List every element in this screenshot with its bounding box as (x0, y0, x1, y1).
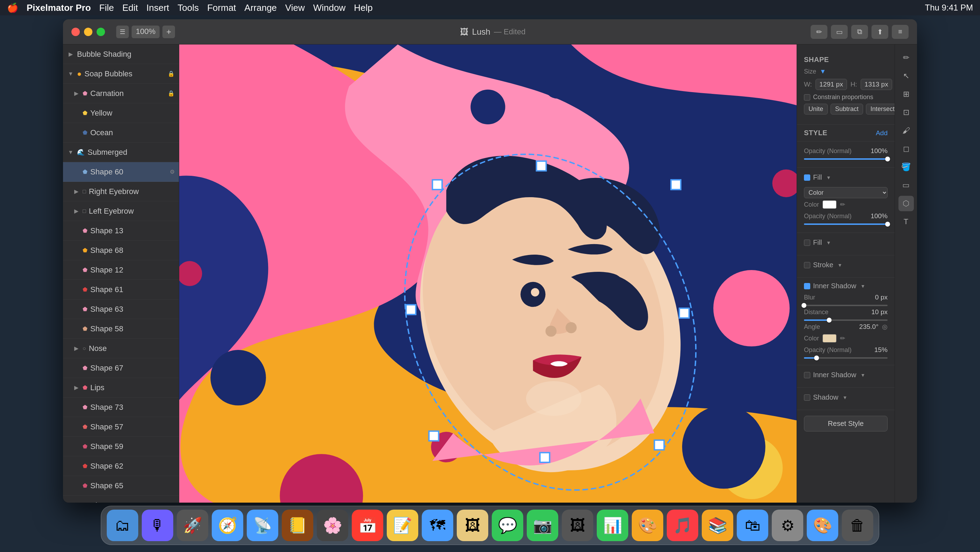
pen-tool-button[interactable]: ✏ (899, 50, 914, 65)
fill-color-edit-icon[interactable]: ✏ (840, 201, 845, 208)
layer-item[interactable]: ▶ ⬟ Lips (63, 378, 179, 397)
layer-item[interactable]: ▶ □ Right Eyebrow (63, 182, 179, 201)
shadow-expand[interactable]: ▼ (842, 395, 847, 400)
share-button[interactable]: ⬆ (872, 25, 888, 39)
paint-tool-button[interactable]: 🖌 (899, 123, 914, 138)
facetime-icon[interactable]: 📷 (527, 510, 558, 541)
layer-item[interactable]: ⬟ Shape 12 (63, 260, 179, 280)
layer-item[interactable]: ⬟ Yellow (63, 103, 179, 123)
layer-item[interactable]: ⬟ Shape 13 (63, 221, 179, 241)
reset-style-button[interactable]: Reset Style (804, 416, 888, 432)
intersect-button[interactable]: Intersect (866, 104, 895, 115)
size-link[interactable]: ▼ (820, 68, 826, 75)
fill-color-swatch[interactable] (822, 200, 837, 209)
fill-type-select[interactable]: Color (804, 187, 888, 198)
fill-expand[interactable]: ▼ (826, 175, 831, 180)
layer-item[interactable]: ⬟ Shape 64 (63, 496, 179, 503)
layer-item[interactable]: ⬟ Shape 58 (63, 319, 179, 339)
layer-item[interactable]: ▶ Bubble Shading (63, 45, 179, 64)
layer-item[interactable]: ⬟ Shape 59 (63, 437, 179, 456)
layer-item[interactable]: ⬟ Shape 62 (63, 456, 179, 476)
opacity-slider[interactable] (804, 158, 888, 160)
apple-menu[interactable]: 🍎 (7, 2, 18, 13)
more-button[interactable]: ≡ (892, 25, 908, 39)
fill-checkbox[interactable] (804, 174, 810, 181)
file-menu[interactable]: File (99, 2, 114, 13)
shadow-checkbox[interactable] (804, 394, 810, 401)
layer-item[interactable]: ⬟ Shape 63 (63, 300, 179, 319)
text-tool-button[interactable]: T (899, 214, 914, 230)
transform-tool-button[interactable]: ⊡ (899, 105, 914, 120)
width-input[interactable] (816, 79, 847, 90)
close-button[interactable] (72, 28, 80, 36)
view-menu[interactable]: View (285, 2, 305, 13)
notes-icon[interactable]: 📝 (387, 510, 418, 541)
shape-tool-button2[interactable]: ▭ (899, 177, 914, 193)
keynote-icon[interactable]: 🎨 (632, 510, 663, 541)
trash-icon[interactable]: 🗑 (842, 510, 873, 541)
color-fill-tool-button[interactable]: 🪣 (899, 160, 914, 175)
height-input[interactable] (861, 79, 892, 90)
app-name-menu[interactable]: Pixelmator Pro (27, 2, 91, 13)
photos2-icon[interactable]: 🖼 (457, 510, 488, 541)
layer-item[interactable]: ▶ ⬟ Carnation 🔒 (63, 84, 179, 103)
numbers-icon[interactable]: 📊 (597, 510, 628, 541)
inner-shadow-checkbox[interactable] (804, 283, 810, 289)
layers-button[interactable]: ⧉ (851, 25, 868, 39)
fill2-checkbox[interactable] (804, 239, 810, 246)
finder-icon[interactable]: 🗂 (107, 510, 138, 541)
layer-item-selected[interactable]: ⬟ Shape 60 ⚙ (63, 162, 179, 182)
window-menu[interactable]: Window (313, 2, 345, 13)
blur-slider[interactable] (804, 305, 888, 306)
insert-menu[interactable]: Insert (146, 2, 169, 13)
vector-tool-button[interactable]: ⬡ (899, 196, 914, 211)
siri-icon[interactable]: 🎙 (142, 510, 173, 541)
edit-menu[interactable]: Edit (122, 2, 138, 13)
maps-icon[interactable]: 🗺 (422, 510, 453, 541)
crop-tool-button[interactable]: ⊞ (899, 86, 914, 102)
fullscreen-button[interactable] (97, 28, 105, 36)
layer-item[interactable]: ⬟ Shape 57 (63, 417, 179, 437)
launchpad-icon[interactable]: 🚀 (177, 510, 208, 541)
layer-item[interactable]: ⬟ Shape 68 (63, 241, 179, 260)
calendar-icon[interactable]: 📅 (352, 510, 383, 541)
add-layer-button[interactable]: + (162, 26, 175, 38)
layer-item[interactable]: ▼ 🌊 Submerged (63, 142, 179, 162)
distance-slider[interactable] (804, 319, 888, 321)
format-menu[interactable]: Format (207, 2, 236, 13)
inner-shadow2-checkbox[interactable] (804, 372, 810, 378)
photos-icon[interactable]: 🌸 (317, 510, 348, 541)
music-icon[interactable]: 🎵 (667, 510, 698, 541)
pixelmator-icon[interactable]: 🎨 (807, 510, 838, 541)
layer-item[interactable]: ▶ ○ Nose (63, 339, 179, 358)
select-tool-button[interactable]: ↖ (899, 68, 914, 84)
layer-item[interactable]: ⬟ Shape 61 (63, 280, 179, 300)
layer-item[interactable]: ⬟ Shape 65 (63, 476, 179, 496)
unite-button[interactable]: Unite (804, 104, 828, 115)
stroke-expand[interactable]: ▼ (838, 262, 842, 268)
fill2-expand[interactable]: ▼ (826, 240, 831, 246)
stroke-checkbox[interactable] (804, 262, 810, 268)
subtract-button[interactable]: Subtract (830, 104, 863, 115)
layer-item[interactable]: ⬟ Ocean (63, 123, 179, 142)
add-style-link[interactable]: Add (876, 129, 888, 137)
constrain-checkbox[interactable] (804, 94, 810, 101)
layer-item[interactable]: ▼ ● Soap Bubbles 🔒 (63, 64, 179, 84)
tools-menu[interactable]: Tools (177, 2, 199, 13)
layer-item[interactable]: ▶ □ Left Eyebrow (63, 201, 179, 221)
shape-tool-button[interactable]: ▭ (831, 25, 848, 39)
books-icon[interactable]: 📚 (702, 510, 733, 541)
erase-tool-button[interactable]: ◻ (899, 141, 914, 156)
help-menu[interactable]: Help (354, 2, 372, 13)
canvas-area[interactable] (179, 45, 797, 503)
gallery-icon[interactable]: 🖼 (562, 510, 593, 541)
appstore-icon[interactable]: 🛍 (737, 510, 768, 541)
pen-tool-button[interactable]: ✏ (811, 25, 827, 39)
inner-shadow2-expand[interactable]: ▼ (860, 372, 865, 378)
messages-icon[interactable]: 💬 (492, 510, 523, 541)
layers-toggle-button[interactable]: ☰ (116, 26, 129, 38)
safari-icon[interactable]: 🧭 (212, 510, 243, 541)
zoom-control[interactable]: 100% (132, 26, 160, 38)
angle-wheel-icon[interactable]: ◎ (882, 323, 888, 331)
shadow-opacity-slider[interactable] (804, 357, 888, 359)
